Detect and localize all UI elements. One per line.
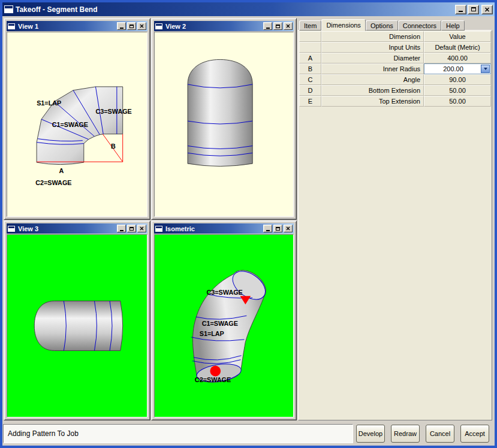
label-dim-b: B bbox=[111, 143, 116, 150]
grid-header-value: Value bbox=[424, 31, 491, 42]
view3-titlebar[interactable]: View 3 bbox=[7, 223, 147, 234]
cancel-button[interactable]: Cancel bbox=[426, 425, 454, 443]
close-icon bbox=[286, 24, 290, 28]
close-icon bbox=[484, 7, 490, 12]
tab-options-label: Options bbox=[371, 22, 393, 29]
tab-options[interactable]: Options bbox=[366, 20, 398, 31]
combo-dropdown-button[interactable] bbox=[481, 65, 490, 73]
inner-radius-combobox[interactable]: 200.00 bbox=[424, 63, 491, 74]
row-dimension: Bottom Extension bbox=[321, 85, 424, 96]
view3-canvas[interactable] bbox=[7, 234, 147, 417]
isometric-titlebar[interactable]: Isometric bbox=[154, 223, 294, 234]
row-dimension: Input Units bbox=[321, 42, 424, 53]
tab-help-label: Help bbox=[446, 22, 460, 29]
view2-title: View 2 bbox=[165, 23, 262, 30]
tab-dimensions-label: Dimensions bbox=[326, 22, 360, 29]
view3-icon bbox=[8, 226, 15, 232]
isometric-maximize-button[interactable] bbox=[273, 225, 282, 232]
maximize-icon bbox=[129, 227, 134, 231]
isometric-window: Isometric bbox=[151, 220, 297, 420]
row-dimension: Diameter bbox=[321, 53, 424, 63]
minimize-icon bbox=[120, 230, 124, 231]
red-circle-marker[interactable] bbox=[210, 366, 221, 377]
tab-connectors[interactable]: Connectors bbox=[398, 20, 441, 31]
view2-window: View 2 bbox=[151, 18, 297, 220]
accept-button[interactable]: Accept bbox=[460, 425, 489, 443]
view3-maximize-button[interactable] bbox=[127, 225, 136, 232]
minimize-button[interactable] bbox=[455, 5, 466, 14]
view1-maximize-button[interactable] bbox=[127, 22, 136, 30]
view2-maximize-button[interactable] bbox=[273, 22, 282, 30]
tab-item-label: Item bbox=[304, 22, 317, 29]
maximize-button[interactable] bbox=[468, 5, 479, 14]
row-key: D bbox=[299, 85, 321, 96]
row-value[interactable]: 50.00 bbox=[424, 96, 491, 107]
pipe-front-outline bbox=[188, 59, 252, 166]
close-button[interactable] bbox=[481, 5, 493, 14]
close-icon bbox=[140, 24, 144, 28]
status-text: Adding Pattern To Job bbox=[8, 429, 79, 438]
tab-connectors-label: Connectors bbox=[403, 22, 436, 29]
minimize-icon bbox=[266, 28, 270, 29]
view2-canvas[interactable] bbox=[154, 32, 294, 217]
titlebar[interactable]: Takeoff - Segment Bend bbox=[2, 2, 495, 16]
combo-value: 200.00 bbox=[443, 65, 463, 72]
row-key: B bbox=[299, 63, 321, 74]
grid-corner-cell bbox=[299, 31, 321, 42]
row-value[interactable]: 90.00 bbox=[424, 74, 491, 85]
view3-window: View 3 bbox=[4, 220, 150, 420]
view3-title: View 3 bbox=[18, 225, 116, 232]
chevron-down-icon bbox=[484, 68, 487, 70]
view2-titlebar[interactable]: View 2 bbox=[154, 21, 294, 31]
maximize-icon bbox=[276, 227, 280, 231]
view2-minimize-button[interactable] bbox=[263, 22, 272, 30]
label-c3-swage: C3=SWAGE bbox=[207, 289, 243, 296]
grid-header-dimension: Dimension bbox=[321, 31, 424, 42]
isometric-canvas[interactable]: C3=SWAGE C1=SWAGE S1=LAP C2=SWAGE bbox=[154, 234, 294, 417]
view2-close-button[interactable] bbox=[284, 22, 293, 30]
develop-button[interactable]: Develop bbox=[356, 425, 385, 443]
redraw-button[interactable]: Redraw bbox=[391, 425, 420, 443]
view1-close-button[interactable] bbox=[137, 22, 146, 30]
label-c2-swage: C2=SWAGE bbox=[195, 376, 231, 383]
isometric-title: Isometric bbox=[165, 225, 262, 232]
row-dimension: Angle bbox=[321, 74, 424, 85]
view1-minimize-button[interactable] bbox=[117, 22, 126, 30]
label-dim-a: A bbox=[59, 167, 64, 174]
maximize-icon bbox=[471, 7, 476, 11]
app-window: Takeoff - Segment Bend View 1 bbox=[0, 0, 497, 448]
app-icon bbox=[4, 5, 13, 13]
view2-icon bbox=[155, 23, 162, 29]
pipe-side-outline bbox=[34, 301, 122, 351]
row-value[interactable]: 50.00 bbox=[424, 85, 491, 96]
window-controls bbox=[455, 5, 493, 14]
window-title: Takeoff - Segment Bend bbox=[16, 5, 453, 14]
view1-icon bbox=[8, 23, 15, 29]
label-c3-swage: C3=SWAGE bbox=[95, 108, 131, 115]
row-key bbox=[299, 42, 321, 53]
label-c1-swage: C1=SWAGE bbox=[52, 121, 88, 128]
isometric-minimize-button[interactable] bbox=[263, 225, 272, 232]
dimensions-grid: Dimension Value Input Units Default (Met… bbox=[299, 31, 491, 107]
row-key: C bbox=[299, 74, 321, 85]
row-value[interactable]: Default (Metric) bbox=[424, 42, 491, 53]
maximize-icon bbox=[129, 25, 134, 28]
isometric-close-button[interactable] bbox=[284, 225, 293, 232]
tab-help[interactable]: Help bbox=[441, 20, 465, 31]
tab-item[interactable]: Item bbox=[299, 20, 321, 31]
isometric-icon bbox=[155, 226, 162, 232]
view1-titlebar[interactable]: View 1 bbox=[7, 21, 147, 31]
view3-minimize-button[interactable] bbox=[117, 225, 126, 232]
tab-bar: Item Dimensions Options Connectors Help bbox=[299, 19, 465, 31]
view1-canvas[interactable]: S1=LAP C3=SWAGE C1=SWAGE B A C2=SWAGE bbox=[7, 32, 147, 217]
label-s1-lap: S1=LAP bbox=[37, 99, 61, 107]
maximize-icon bbox=[276, 25, 280, 28]
view1-title: View 1 bbox=[18, 23, 116, 30]
row-dimension: Inner Radius bbox=[321, 63, 424, 74]
tab-dimensions[interactable]: Dimensions bbox=[321, 19, 365, 31]
label-s1-lap: S1=LAP bbox=[200, 330, 224, 337]
view3-close-button[interactable] bbox=[137, 225, 146, 232]
label-c1-swage: C1=SWAGE bbox=[202, 320, 238, 327]
minimize-icon bbox=[120, 28, 124, 29]
row-value[interactable]: 400.00 bbox=[424, 53, 491, 63]
